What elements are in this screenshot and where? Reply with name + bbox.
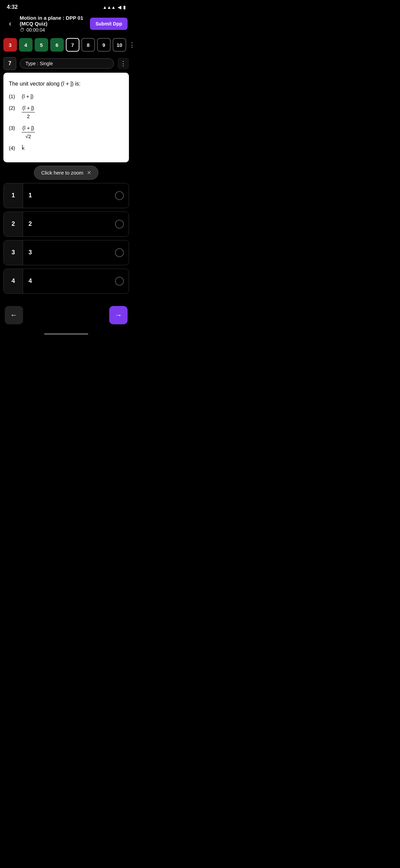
header: ‹ Motion in a plane : DPP 01 (MCQ Quiz) … bbox=[0, 12, 132, 35]
type-badge: Type : Single bbox=[20, 58, 114, 69]
option-num-2: (2) bbox=[9, 104, 18, 112]
back-icon: ‹ bbox=[9, 19, 11, 28]
fraction-denom-3: √2 bbox=[25, 132, 32, 141]
answer-radio-3[interactable] bbox=[115, 248, 124, 257]
fraction-numer-3: (î + ĵ) bbox=[22, 124, 35, 132]
option-num-4: (4) bbox=[9, 144, 18, 152]
question-nav-item-3[interactable]: 3 bbox=[3, 38, 17, 52]
question-nav-item-7[interactable]: 7 bbox=[66, 38, 79, 52]
answer-radio-1[interactable] bbox=[115, 191, 124, 200]
more-options-button[interactable]: ⋮ bbox=[117, 58, 129, 69]
option-content-2: (î + ĵ) 2 bbox=[22, 104, 35, 121]
answer-option-num-1: 1 bbox=[4, 183, 23, 208]
option-row-1: (1) (î + ĵ) bbox=[9, 92, 123, 101]
timer-value: 00:00:04 bbox=[26, 27, 45, 33]
answer-option-text-2: 2 bbox=[23, 215, 115, 233]
prev-button[interactable]: ← bbox=[5, 306, 23, 324]
answer-radio-2[interactable] bbox=[115, 220, 124, 229]
answer-option-3[interactable]: 3 3 bbox=[3, 240, 129, 265]
prev-icon: ← bbox=[10, 311, 18, 320]
fraction-denom-2: 2 bbox=[26, 112, 30, 121]
fraction-3: (î + ĵ) √2 bbox=[22, 124, 35, 141]
answer-option-text-4: 4 bbox=[23, 272, 115, 290]
zoom-close-icon[interactable]: ✕ bbox=[87, 169, 91, 176]
quiz-title: Motion in a plane : DPP 01 (MCQ Quiz) bbox=[20, 15, 86, 26]
option-num-3: (3) bbox=[9, 124, 18, 132]
wifi-icon: ◀ bbox=[118, 5, 121, 10]
fraction-numer-2: (î + ĵ) bbox=[22, 104, 35, 112]
home-indicator bbox=[0, 330, 132, 336]
answer-option-num-2: 2 bbox=[4, 212, 23, 236]
zoom-button[interactable]: Click here to zoom ✕ bbox=[34, 166, 98, 180]
answer-option-1[interactable]: 1 1 bbox=[3, 183, 129, 208]
option-row-2: (2) (î + ĵ) 2 bbox=[9, 104, 123, 121]
next-icon: → bbox=[115, 311, 122, 320]
answer-option-4[interactable]: 4 4 bbox=[3, 269, 129, 294]
question-text: The unit vector along (î + ĵ) is: bbox=[9, 79, 123, 88]
answer-options: 1 1 2 2 3 3 4 4 bbox=[0, 183, 132, 294]
submit-button[interactable]: Submit Dpp bbox=[90, 18, 128, 30]
option-num-1: (1) bbox=[9, 92, 18, 101]
signal-icon: ▲▲▲ bbox=[102, 5, 116, 10]
status-time: 4:32 bbox=[7, 4, 18, 10]
option-content-1: (î + ĵ) bbox=[22, 92, 34, 101]
timer-icon: ⏱ bbox=[20, 27, 24, 33]
option-row-3: (3) (î + ĵ) √2 bbox=[9, 124, 123, 141]
bottom-nav: ← → bbox=[0, 301, 132, 330]
question-area: 7 Type : Single ⋮ The unit vector along … bbox=[3, 57, 129, 162]
back-button[interactable]: ‹ bbox=[5, 18, 16, 29]
fraction-2: (î + ĵ) 2 bbox=[22, 104, 35, 121]
timer-row: ⏱ 00:00:04 bbox=[20, 27, 86, 33]
status-bar: 4:32 ▲▲▲ ◀ ▮ bbox=[0, 0, 132, 12]
question-nav-item-8[interactable]: 8 bbox=[81, 38, 95, 52]
question-number-badge: 7 bbox=[3, 57, 16, 70]
answer-option-2[interactable]: 2 2 bbox=[3, 212, 129, 237]
more-questions-button[interactable]: ⋮⋮ bbox=[128, 38, 132, 52]
answer-radio-4[interactable] bbox=[115, 277, 124, 286]
answer-option-num-4: 4 bbox=[4, 269, 23, 293]
answer-option-text-1: 1 bbox=[23, 186, 115, 204]
header-info: Motion in a plane : DPP 01 (MCQ Quiz) ⏱ … bbox=[20, 15, 86, 33]
question-header: 7 Type : Single ⋮ bbox=[3, 57, 129, 70]
question-nav-item-5[interactable]: 5 bbox=[35, 38, 48, 52]
home-bar bbox=[44, 333, 88, 335]
option-content-4: k̂ bbox=[22, 144, 25, 152]
question-nav-item-6[interactable]: 6 bbox=[50, 38, 64, 52]
option-content-3: (î + ĵ) √2 bbox=[22, 124, 35, 141]
question-nav-item-4[interactable]: 4 bbox=[19, 38, 33, 52]
question-content: The unit vector along (î + ĵ) is: (1) (î… bbox=[3, 73, 129, 162]
battery-icon: ▮ bbox=[123, 5, 126, 10]
zoom-label: Click here to zoom bbox=[41, 170, 83, 176]
option-row-4: (4) k̂ bbox=[9, 144, 123, 152]
next-button[interactable]: → bbox=[109, 306, 128, 324]
question-nav-item-9[interactable]: 9 bbox=[97, 38, 111, 52]
status-icons: ▲▲▲ ◀ ▮ bbox=[102, 5, 126, 10]
question-nav: 3 4 5 6 7 8 9 10 ⋮⋮ bbox=[0, 35, 132, 54]
question-nav-item-10[interactable]: 10 bbox=[113, 38, 126, 52]
answer-option-num-3: 3 bbox=[4, 240, 23, 265]
answer-option-text-3: 3 bbox=[23, 243, 115, 261]
zoom-bar: Click here to zoom ✕ bbox=[0, 166, 132, 180]
